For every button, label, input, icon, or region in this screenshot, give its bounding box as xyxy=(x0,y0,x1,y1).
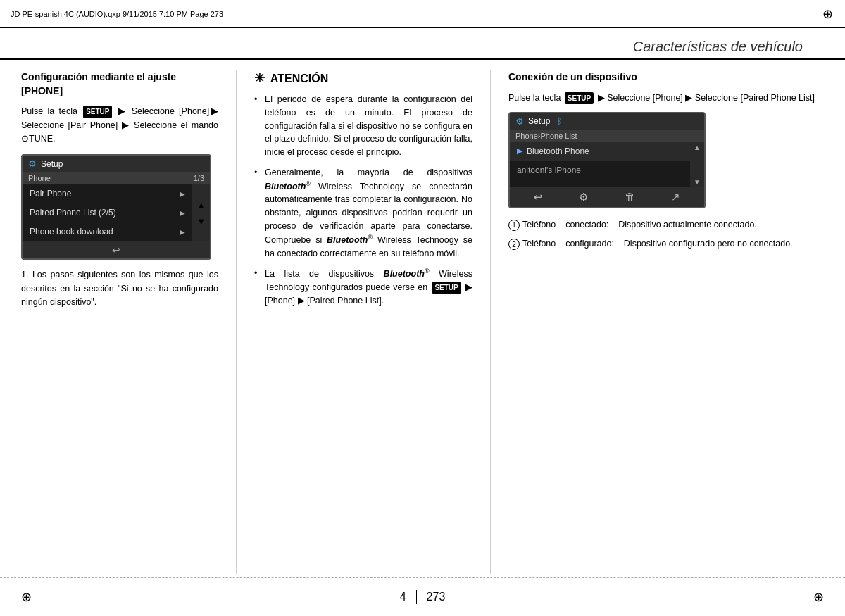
setup-title-label: Setup xyxy=(41,159,63,169)
phone-list-header: Phone›Phone List xyxy=(510,130,704,142)
setup-title-label2: Setup xyxy=(528,116,550,126)
page-footer: ⊕ 4 273 ⊕ xyxy=(0,577,845,616)
section-heading: Características de vehículo xyxy=(0,39,845,60)
play-icon: ▶ xyxy=(517,146,522,156)
bt-phone-label: Bluetooth Phone xyxy=(527,146,589,156)
back-action[interactable]: ↩ xyxy=(534,191,543,203)
page-header: JD PE-spanish 4C (AUDIO).qxp 9/11/2015 7… xyxy=(0,0,845,28)
phone-count: 1/3 xyxy=(194,174,204,182)
page-number: 273 xyxy=(427,591,446,603)
intro-text: Pulse la tecla xyxy=(21,106,82,116)
note-item-2: 2 Teléfono configurado: Dispositivo conf… xyxy=(508,237,824,251)
circle-num-2: 2 xyxy=(508,239,520,250)
delete-action[interactable]: 🗑 xyxy=(625,191,635,203)
note-text-2: Teléfono configurado: Dispositivo config… xyxy=(522,237,793,251)
footer-crosshair-right: ⊕ xyxy=(813,589,824,605)
divider-left-mid xyxy=(236,70,237,574)
phone-item-2[interactable]: anitooni's iPhone xyxy=(510,161,690,180)
bluetooth-text: Bluetooth xyxy=(265,182,306,191)
crosshair-icon xyxy=(820,7,834,21)
setup-screen-right: ⚙ Setup ᛒ Phone›Phone List ▶ Bluetooth P… xyxy=(508,112,706,208)
scroll-down-icon[interactable]: ▼ xyxy=(196,216,206,227)
right-col-title: Conexión de un dispositivo xyxy=(508,70,824,84)
settings-action[interactable]: ⚙ xyxy=(579,191,588,203)
page-section-num: 4 xyxy=(400,591,406,603)
paired-list-label: Paired Phone List (2/5) xyxy=(30,208,116,218)
scroll-up-icon[interactable]: ▲ xyxy=(196,200,206,210)
footer-crosshair-left: ⊕ xyxy=(21,589,32,605)
right-intro-text: Pulse la tecla xyxy=(508,93,563,103)
menu-item-paired-list[interactable]: Paired Phone List (2/5) ▶ xyxy=(23,203,192,222)
bullet-1: El periodo de espera durante la configur… xyxy=(254,93,472,159)
attention-label: ATENCIÓN xyxy=(270,73,328,84)
phone-list-row: ▶ Bluetooth Phone anitooni's iPhone ▲ ▼ xyxy=(510,142,704,187)
setup-screen-left: ⚙ Setup Phone 1/3 Pair Phone ▶ Paired Ph… xyxy=(21,154,211,260)
phone-item-1[interactable]: ▶ Bluetooth Phone xyxy=(510,142,690,161)
note-item-1: 1 Teléfono conectado: Dispositivo actual… xyxy=(508,218,824,232)
mid-column: ✳ ATENCIÓN El periodo de espera durante … xyxy=(254,70,472,574)
bullet-2: Generalmente, la mayoría de dispositivos… xyxy=(254,166,472,260)
bluetooth-text3: Bluetooth xyxy=(384,269,425,279)
menu-item-phone-book[interactable]: Phone book download ▶ xyxy=(23,222,192,241)
left-col-note: 1. Los pasos siguientes son los mismos q… xyxy=(21,268,218,309)
forward-action[interactable]: ↗ xyxy=(671,191,680,203)
iphone-label: anitooni's iPhone xyxy=(517,165,581,175)
attention-bullets: El periodo de espera durante la configur… xyxy=(254,93,472,308)
right-column: Conexión de un dispositivo Pulse la tecl… xyxy=(508,70,824,574)
setup-badge-mid: SETUP xyxy=(432,282,461,294)
left-column: Configuración mediante el ajuste [PHONE]… xyxy=(21,70,218,574)
phone-book-label: Phone book download xyxy=(30,227,113,237)
asterisk-icon: ✳ xyxy=(254,71,265,85)
back-button[interactable]: ↩ xyxy=(112,244,120,256)
list-scroll-controls: ▲ ▼ xyxy=(690,142,704,187)
section-title: Características de vehículo xyxy=(633,39,803,54)
circle-num-1: 1 xyxy=(508,220,520,231)
bullet-3: La lista de dispositivos Bluetooth® Wire… xyxy=(254,267,472,307)
gear-icon: ⚙ xyxy=(28,158,37,169)
registered-mark3: ® xyxy=(425,268,430,275)
pair-phone-label: Pair Phone xyxy=(30,189,71,199)
phone-label: Phone xyxy=(28,174,51,182)
bluetooth-text2: Bluetooth xyxy=(327,235,368,245)
note-text-1: Teléfono conectado: Dispositivo actualme… xyxy=(522,218,757,232)
footer-page-info: 4 273 xyxy=(400,590,446,604)
setup-bottom-bar: ↩ xyxy=(23,241,210,258)
scroll-arrows: ▲ ▼ xyxy=(192,184,210,241)
arrow-right-icon3: ▶ xyxy=(180,228,185,236)
divider-mid-right xyxy=(490,70,491,574)
arrow-right-icon: ▶ xyxy=(180,190,185,198)
right-col-intro: Pulse la tecla SETUP ▶ Seleccione [Phone… xyxy=(508,92,824,105)
page-divider xyxy=(416,590,417,604)
gear-icon2: ⚙ xyxy=(515,116,524,127)
setup-menu-row: Pair Phone ▶ Paired Phone List (2/5) ▶ P… xyxy=(23,184,210,241)
registered-mark2: ® xyxy=(368,234,373,241)
list-scroll-down[interactable]: ▼ xyxy=(694,178,701,186)
bt-symbol: ᛒ xyxy=(557,116,562,126)
phone-actions-bar: ↩ ⚙ 🗑 ↗ xyxy=(510,187,704,207)
setup-badge-left: SETUP xyxy=(83,106,112,118)
left-col-intro: Pulse la tecla SETUP ▶ Seleccione [Phone… xyxy=(21,105,218,146)
setup-titlebar: ⚙ Setup xyxy=(23,156,210,172)
setup-badge-right: SETUP xyxy=(565,92,594,105)
right-nav-text: ▶ Seleccione [Phone] ▶ Seleccione [Paire… xyxy=(598,93,815,103)
list-scroll-up[interactable]: ▲ xyxy=(694,144,701,151)
header-filename: JD PE-spanish 4C (AUDIO).qxp 9/11/2015 7… xyxy=(11,10,820,18)
phone-header-bar: Phone 1/3 xyxy=(23,172,210,184)
setup-menu-items: Pair Phone ▶ Paired Phone List (2/5) ▶ P… xyxy=(23,184,192,241)
setup-titlebar2: ⚙ Setup ᛒ xyxy=(510,113,704,130)
main-content: Configuración mediante el ajuste [PHONE]… xyxy=(21,70,824,574)
menu-item-pair-phone[interactable]: Pair Phone ▶ xyxy=(23,184,192,203)
attention-title: ✳ ATENCIÓN xyxy=(254,70,472,86)
arrow-right-icon2: ▶ xyxy=(180,209,185,217)
list-spacer xyxy=(510,180,690,187)
phone-list-items: ▶ Bluetooth Phone anitooni's iPhone xyxy=(510,142,690,187)
breadcrumb-label: Phone›Phone List xyxy=(515,132,577,140)
left-col-title: Configuración mediante el ajuste [PHONE] xyxy=(21,70,218,98)
registered-mark: ® xyxy=(306,180,311,187)
